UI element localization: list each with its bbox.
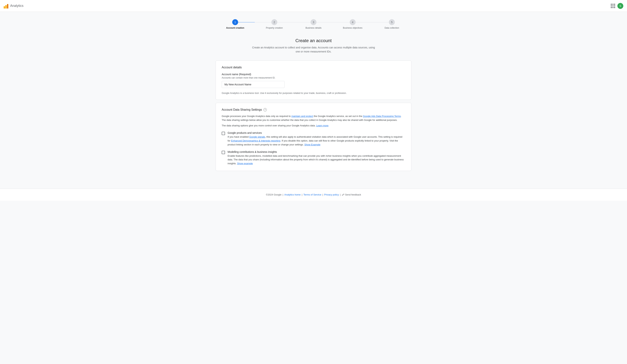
step-3-line-left bbox=[294, 22, 311, 22]
page-subtitle: Create an Analytics account to collect a… bbox=[251, 46, 376, 54]
account-name-label: Account name (Required) bbox=[222, 73, 405, 76]
logo-bar-3 bbox=[7, 4, 8, 8]
step-3-circle-wrap: 3 bbox=[294, 19, 333, 25]
step-1-line-right bbox=[238, 22, 255, 22]
step-3-line-right bbox=[316, 22, 333, 22]
account-details-card: Account details Account name (Required) … bbox=[215, 60, 412, 100]
avatar[interactable]: S bbox=[617, 3, 623, 9]
maintain-protect-link[interactable]: maintain and protect bbox=[291, 115, 313, 117]
step-4: 4 Business objectives bbox=[333, 19, 372, 29]
business-tool-note: Google Analytics is a business tool. Use… bbox=[222, 92, 405, 94]
feedback-label: Send feedback bbox=[345, 193, 361, 196]
page-title: Create an account bbox=[215, 38, 412, 43]
step-2-line-left bbox=[255, 22, 271, 22]
step-2-label: Property creation bbox=[266, 27, 283, 29]
privacy-link[interactable]: Privacy policy bbox=[324, 193, 339, 196]
step-4-circle[interactable]: 4 bbox=[350, 19, 356, 25]
account-name-input[interactable] bbox=[222, 81, 284, 88]
sharing-title: Account Data Sharing Settings bbox=[222, 108, 262, 111]
logo-bar-2 bbox=[5, 5, 7, 8]
checkbox-modelling-input[interactable] bbox=[222, 151, 225, 154]
sharing-header: Account Data Sharing Settings ? bbox=[222, 108, 405, 111]
copyright: ©2024 Google bbox=[266, 193, 282, 196]
step-5: 5 Data collection bbox=[372, 19, 412, 29]
checkbox-google-products-label: Google products and services bbox=[228, 131, 405, 134]
google-ads-terms-link[interactable]: Google Ads Data Processing Terms bbox=[363, 115, 401, 117]
step-5-label: Data collection bbox=[385, 27, 399, 29]
page-title-section: Create an account Create an Analytics ac… bbox=[215, 38, 412, 54]
feedback-icon: ☍ bbox=[342, 193, 344, 196]
checkbox-modelling-content: Modelling contributions & business insig… bbox=[228, 151, 405, 165]
learn-more-link[interactable]: Learn more bbox=[316, 124, 328, 127]
step-4-circle-wrap: 4 bbox=[333, 19, 372, 25]
checkbox-modelling: Modelling contributions & business insig… bbox=[222, 151, 405, 165]
step-3: 3 Business details bbox=[294, 19, 333, 29]
header-title: Analytics bbox=[10, 4, 23, 8]
stepper: 1 Account creation 2 Property creation bbox=[215, 19, 412, 29]
checkbox-google-products-content: Google products and services If you have… bbox=[228, 131, 405, 147]
main-content: 1 Account creation 2 Property creation bbox=[212, 12, 415, 189]
step-3-label: Business details bbox=[306, 27, 322, 29]
checkbox-google-products-input[interactable] bbox=[222, 132, 225, 135]
header-left: Analytics bbox=[4, 3, 23, 8]
logo-bar-1 bbox=[4, 6, 5, 8]
grid-icon[interactable] bbox=[611, 4, 615, 8]
google-signals-link[interactable]: Google signals bbox=[249, 135, 265, 138]
data-sharing-card: Account Data Sharing Settings ? Google p… bbox=[215, 103, 412, 171]
step-1: 1 Account creation bbox=[215, 19, 255, 29]
step-2-line-right bbox=[277, 22, 294, 22]
step-1-circle[interactable]: 1 bbox=[232, 19, 238, 25]
analytics-logo bbox=[4, 3, 8, 8]
step-4-line-right bbox=[356, 22, 372, 22]
step-2-circle[interactable]: 2 bbox=[271, 19, 277, 25]
step-2: 2 Property creation bbox=[255, 19, 294, 29]
help-icon[interactable]: ? bbox=[263, 108, 267, 111]
show-example-link-2[interactable]: Show example bbox=[237, 162, 253, 165]
enhanced-demographics-link[interactable]: Enhanced Demographics & Interests report… bbox=[231, 139, 280, 142]
step-1-label: Account creation bbox=[226, 27, 244, 29]
feedback-button[interactable]: ☍ Send feedback bbox=[342, 193, 361, 196]
step-1-circle-wrap: 1 bbox=[215, 19, 255, 25]
sharing-desc-2: The data sharing options give you more c… bbox=[222, 124, 405, 128]
step-5-circle-wrap: 5 bbox=[372, 19, 412, 25]
account-details-title: Account details bbox=[222, 66, 405, 69]
step-5-line-left bbox=[372, 22, 389, 22]
step-4-line-left bbox=[333, 22, 350, 22]
step-5-circle[interactable]: 5 bbox=[389, 19, 395, 25]
checkbox-modelling-desc: Enable features like predictions, modell… bbox=[228, 154, 405, 165]
header-right: S bbox=[611, 3, 623, 9]
terms-link[interactable]: Terms of Service bbox=[304, 193, 321, 196]
step-4-label: Business objectives bbox=[343, 27, 362, 29]
sharing-desc-1: Google processes your Google Analytics d… bbox=[222, 114, 405, 122]
header: Analytics S bbox=[0, 0, 627, 12]
checkbox-google-products: Google products and services If you have… bbox=[222, 131, 405, 147]
account-name-helper: Accounts can contain more than one measu… bbox=[222, 76, 405, 79]
show-example-link-1[interactable]: Show Example bbox=[305, 143, 320, 146]
checkbox-google-products-desc: If you have enabled Google signals, this… bbox=[228, 135, 405, 147]
step-3-circle[interactable]: 3 bbox=[311, 19, 316, 25]
footer: ©2024 Google | Analytics home | Terms of… bbox=[0, 189, 627, 201]
checkbox-modelling-label: Modelling contributions & business insig… bbox=[228, 151, 405, 153]
step-2-circle-wrap: 2 bbox=[255, 19, 294, 25]
analytics-home-link[interactable]: Analytics home bbox=[284, 193, 301, 196]
